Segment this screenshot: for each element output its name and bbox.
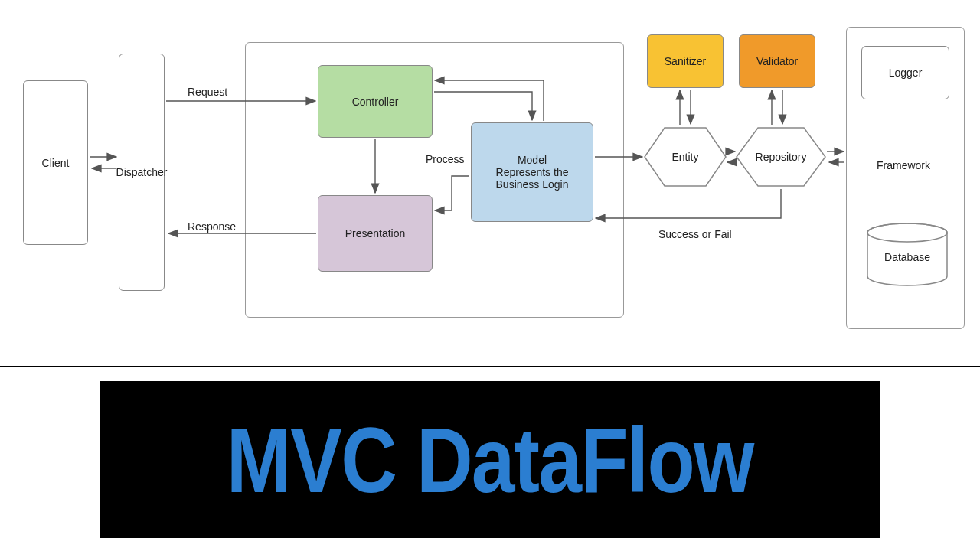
sanitizer-label: Sanitizer (665, 55, 706, 67)
client-label: Client (42, 157, 70, 169)
repository-hex: Repository (735, 126, 827, 187)
entity-hex: Entity (643, 126, 727, 187)
framework-label: Framework (877, 159, 930, 171)
validator-label: Validator (756, 55, 798, 67)
presentation-box: Presentation (318, 195, 433, 272)
controller-label: Controller (352, 96, 399, 108)
logger-label: Logger (889, 67, 923, 79)
process-label: Process (426, 153, 465, 165)
validator-box: Validator (739, 34, 815, 88)
model-label: Model Represents the Business Login (496, 154, 569, 191)
response-label: Response (188, 220, 236, 233)
dispatcher-box: Dispatcher (119, 54, 165, 291)
repository-label: Repository (756, 151, 807, 163)
database-cylinder: Database (865, 222, 949, 287)
title-text: MVC DataFlow (227, 407, 753, 513)
dispatcher-label: Dispatcher (116, 166, 168, 178)
successfail-label: Success or Fail (658, 228, 732, 240)
title-banner: MVC DataFlow (100, 381, 880, 538)
request-label: Request (188, 86, 227, 98)
entity-label: Entity (671, 151, 698, 163)
presentation-label: Presentation (345, 227, 406, 240)
sanitizer-box: Sanitizer (647, 34, 724, 88)
controller-box: Controller (318, 65, 433, 138)
divider-line (0, 366, 980, 367)
database-label: Database (884, 251, 930, 263)
diagram-area: Client Dispatcher Controller Presentatio… (0, 0, 980, 360)
logger-box: Logger (861, 46, 949, 99)
client-box: Client (23, 80, 88, 245)
model-box: Model Represents the Business Login (471, 122, 593, 222)
